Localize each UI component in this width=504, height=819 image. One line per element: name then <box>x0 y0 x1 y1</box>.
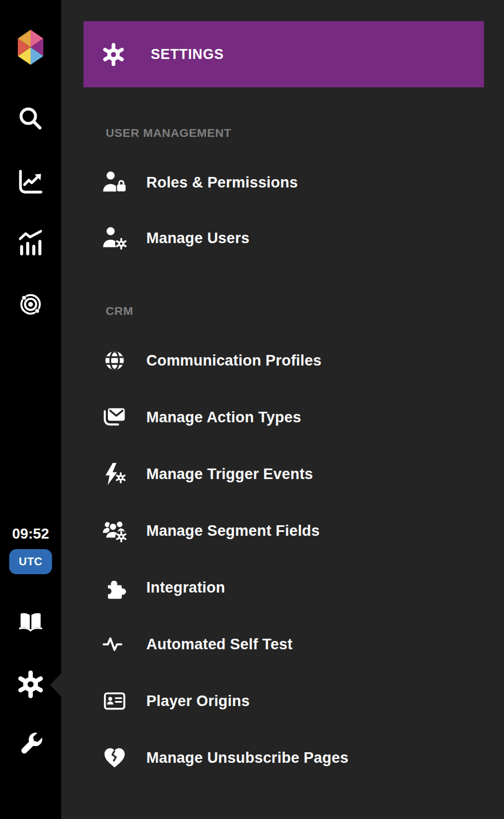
menu-item-label: Automated Self Test <box>146 636 293 653</box>
reports-nav-button[interactable] <box>17 229 45 257</box>
envelopes-icon <box>102 404 127 430</box>
bolt-gear-icon <box>102 461 127 487</box>
analytics-nav-button[interactable] <box>17 168 45 196</box>
logo-hexagon-icon <box>14 28 47 66</box>
menu-item-label: Manage Unsubscribe Pages <box>146 749 348 767</box>
wrench-icon <box>17 729 45 757</box>
menu-item-automated-self-test[interactable]: Automated Self Test <box>61 616 504 673</box>
menu-item-label: Roles & Permissions <box>146 174 298 191</box>
search-nav-button[interactable] <box>17 105 45 132</box>
book-icon <box>17 609 44 635</box>
menu-item-manage-action-types[interactable]: Manage Action Types <box>61 389 504 446</box>
orbit-target-icon <box>17 290 45 318</box>
menu-item-communication-profiles[interactable]: Communication Profiles <box>61 332 504 389</box>
search-icon <box>17 105 45 132</box>
menu-item-label: Player Origins <box>146 693 250 710</box>
settings-nav-button[interactable] <box>17 670 45 698</box>
section-label: CRM <box>106 303 504 319</box>
page-title: SETTINGS <box>151 46 224 62</box>
targets-nav-button[interactable] <box>17 290 45 318</box>
timezone-badge[interactable]: UTC <box>9 549 52 574</box>
user-gear-icon <box>102 225 127 251</box>
menu-item-label: Manage Users <box>146 230 249 247</box>
menu-list: Roles & PermissionsManage Users <box>61 155 504 266</box>
docs-nav-button[interactable] <box>17 609 44 635</box>
menu-item-manage-segment-fields[interactable]: Manage Segment Fields <box>61 502 504 559</box>
menu-item-label: Manage Segment Fields <box>146 522 320 540</box>
menu-list: Communication Profiles Manage Action Typ… <box>61 332 504 786</box>
heart-crack-icon <box>102 745 127 771</box>
chart-bars-icon <box>17 229 45 257</box>
globe-icon <box>102 348 127 373</box>
menu-item-manage-trigger-events[interactable]: Manage Trigger Events <box>61 446 504 502</box>
menu-item-manage-users[interactable]: Manage Users <box>61 210 504 266</box>
user-lock-icon <box>102 170 127 195</box>
menu-sections: USER MANAGEMENT Roles & PermissionsManag… <box>61 87 504 786</box>
id-card-icon <box>102 688 127 714</box>
section-label: USER MANAGEMENT <box>106 125 504 141</box>
settings-panel: SETTINGS USER MANAGEMENT Roles & Permiss… <box>61 0 504 819</box>
clock-time: 09:52 <box>0 525 61 542</box>
menu-item-label: Communication Profiles <box>146 352 322 369</box>
section-crm: CRM Communication Profiles Manage Action… <box>61 266 504 786</box>
app-logo[interactable] <box>14 28 47 66</box>
wave-pulse-icon <box>102 631 127 657</box>
gear-icon <box>102 43 125 66</box>
menu-item-player-origins[interactable]: Player Origins <box>61 673 504 729</box>
menu-item-label: Integration <box>146 579 225 596</box>
gear-icon <box>17 670 45 698</box>
section-user-management: USER MANAGEMENT Roles & PermissionsManag… <box>61 87 504 266</box>
users-gear-icon <box>102 518 127 544</box>
chart-line-icon <box>17 168 45 196</box>
puzzle-piece-icon <box>102 575 127 600</box>
menu-item-roles-permissions[interactable]: Roles & Permissions <box>61 155 504 210</box>
settings-header[interactable]: SETTINGS <box>83 21 484 87</box>
active-nav-indicator <box>50 673 61 697</box>
menu-item-label: Manage Trigger Events <box>146 466 313 483</box>
menu-item-manage-unsubscribe-pages[interactable]: Manage Unsubscribe Pages <box>61 729 504 786</box>
tools-nav-button[interactable] <box>17 729 45 757</box>
menu-item-label: Manage Action Types <box>146 409 301 426</box>
menu-item-integration[interactable]: Integration <box>61 559 504 616</box>
